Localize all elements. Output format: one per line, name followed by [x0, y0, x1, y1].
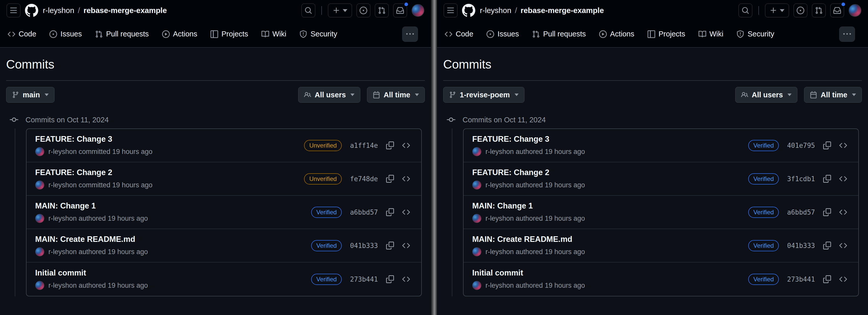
commit-title-link[interactable]: MAIN: Create README.md [472, 235, 585, 244]
copy-sha-button[interactable] [823, 175, 831, 183]
copy-sha-button[interactable] [386, 242, 394, 250]
tab-issues[interactable]: Issues [50, 30, 82, 38]
browse-code-button[interactable] [839, 175, 847, 183]
commit-hash-link[interactable]: a1ff14e [350, 142, 378, 149]
signature-badge[interactable]: Verified [311, 240, 342, 251]
tab-code[interactable]: Code [8, 30, 36, 38]
breadcrumb-repo-link[interactable]: rebase-merge-example [84, 6, 167, 15]
nav-overflow-button[interactable] [839, 27, 855, 42]
issues-dashboard-button[interactable] [356, 4, 370, 17]
signature-badge[interactable]: Verified [748, 140, 779, 151]
commit-hash-link[interactable]: 041b333 [787, 242, 815, 250]
commit-title-link[interactable]: MAIN: Change 1 [472, 201, 585, 211]
commit-title-link[interactable]: Initial commit [35, 269, 148, 278]
tab-pull-requests[interactable]: Pull requests [532, 30, 586, 38]
browse-code-button[interactable] [402, 141, 410, 149]
tab-actions[interactable]: Actions [162, 30, 197, 38]
branch-selector-button[interactable]: main [6, 87, 55, 103]
nav-overflow-button[interactable] [402, 27, 418, 42]
browse-code-button[interactable] [402, 208, 410, 216]
copy-sha-button[interactable] [823, 242, 831, 250]
commit-author-avatar[interactable] [472, 181, 482, 190]
copy-sha-button[interactable] [386, 275, 394, 283]
issues-dashboard-button[interactable] [794, 4, 807, 17]
commit-author-avatar[interactable] [35, 147, 44, 156]
breadcrumb-owner-link[interactable]: r-leyshon [480, 6, 511, 15]
browse-code-button[interactable] [839, 141, 847, 149]
browse-code-button[interactable] [839, 275, 847, 283]
commit-title-link[interactable]: MAIN: Create README.md [35, 235, 148, 244]
commit-title-link[interactable]: FEATURE: Change 3 [35, 134, 152, 144]
hamburger-menu-button[interactable] [444, 4, 458, 17]
signature-badge[interactable]: Unverified [304, 140, 342, 151]
commit-hash-link[interactable]: fe748de [350, 175, 378, 183]
commit-title-link[interactable]: FEATURE: Change 2 [35, 168, 152, 177]
tab-actions[interactable]: Actions [599, 30, 634, 38]
commit-author-avatar[interactable] [472, 247, 482, 256]
breadcrumb-repo-link[interactable]: rebase-merge-example [521, 6, 604, 15]
tab-wiki[interactable]: Wiki [699, 30, 723, 38]
branch-selector-button[interactable]: 1-revise-poem [443, 87, 524, 103]
copy-sha-button[interactable] [823, 141, 831, 149]
all-users-filter-button[interactable]: All users [298, 87, 361, 103]
tab-projects[interactable]: Projects [648, 30, 685, 38]
commit-author-avatar[interactable] [35, 214, 44, 223]
breadcrumb-owner-link[interactable]: r-leyshon [43, 6, 74, 15]
copy-sha-button[interactable] [386, 208, 394, 216]
tab-code[interactable]: Code [445, 30, 473, 38]
tab-wiki[interactable]: Wiki [261, 30, 286, 38]
all-users-filter-button[interactable]: All users [735, 87, 798, 103]
tab-issues[interactable]: Issues [487, 30, 519, 38]
tab-pull-requests[interactable]: Pull requests [95, 30, 149, 38]
commit-author-avatar[interactable] [35, 247, 44, 256]
copy-sha-button[interactable] [823, 275, 831, 283]
commit-title-link[interactable]: Initial commit [472, 269, 585, 278]
commit-hash-link[interactable]: a6bbd57 [787, 209, 815, 216]
tab-security[interactable]: Security [300, 30, 337, 38]
browse-code-button[interactable] [402, 175, 410, 183]
commit-hash-link[interactable]: a6bbd57 [350, 209, 378, 216]
commit-hash-link[interactable]: 3f1cdb1 [787, 175, 815, 183]
all-time-filter-button[interactable]: All time [367, 87, 425, 103]
pull-requests-dashboard-button[interactable] [375, 4, 389, 17]
commit-hash-link[interactable]: 273b441 [350, 276, 378, 283]
search-button[interactable] [739, 4, 752, 17]
copy-sha-button[interactable] [823, 208, 831, 216]
signature-badge[interactable]: Verified [748, 240, 779, 251]
commit-author-avatar[interactable] [35, 281, 44, 290]
github-logo-icon[interactable] [462, 4, 475, 17]
commit-hash-link[interactable]: 401e795 [787, 142, 815, 149]
all-time-filter-button[interactable]: All time [804, 87, 862, 103]
commit-author-avatar[interactable] [35, 181, 44, 190]
signature-badge[interactable]: Unverified [304, 173, 342, 185]
copy-sha-button[interactable] [386, 175, 394, 183]
commit-author-avatar[interactable] [472, 214, 482, 223]
copy-sha-button[interactable] [386, 141, 394, 149]
signature-badge[interactable]: Verified [311, 274, 342, 285]
signature-badge[interactable]: Verified [748, 207, 779, 218]
hamburger-menu-button[interactable] [7, 4, 21, 17]
create-new-button[interactable] [328, 4, 352, 17]
user-avatar[interactable] [849, 4, 861, 17]
search-button[interactable] [302, 4, 315, 17]
pull-requests-dashboard-button[interactable] [812, 4, 826, 17]
signature-badge[interactable]: Verified [311, 207, 342, 218]
tab-projects[interactable]: Projects [211, 30, 248, 38]
commit-author-avatar[interactable] [472, 147, 482, 156]
signature-badge[interactable]: Verified [748, 274, 779, 285]
browse-code-button[interactable] [839, 242, 847, 250]
github-logo-icon[interactable] [25, 4, 38, 17]
browse-code-button[interactable] [839, 208, 847, 216]
browse-code-button[interactable] [402, 275, 410, 283]
window-splitter[interactable] [431, 0, 437, 315]
user-avatar[interactable] [411, 4, 424, 17]
create-new-button[interactable] [765, 4, 789, 17]
commit-hash-link[interactable]: 041b333 [350, 242, 378, 250]
commit-hash-link[interactable]: 273b441 [787, 276, 815, 283]
commit-title-link[interactable]: FEATURE: Change 2 [472, 168, 585, 177]
tab-security[interactable]: Security [737, 30, 774, 38]
commit-title-link[interactable]: MAIN: Change 1 [35, 201, 148, 211]
browse-code-button[interactable] [402, 242, 410, 250]
commit-author-avatar[interactable] [472, 281, 482, 290]
signature-badge[interactable]: Verified [748, 173, 779, 185]
